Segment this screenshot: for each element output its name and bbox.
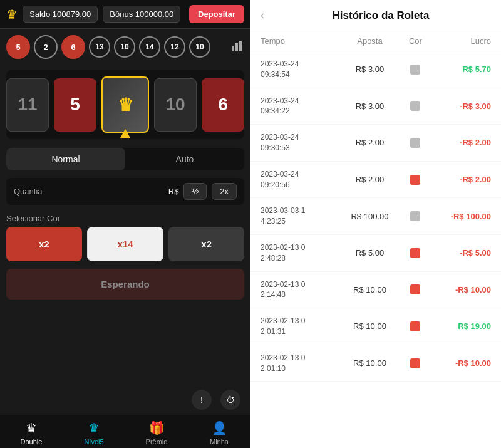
nav-nivel5-label: Nível5 [84, 438, 103, 445]
cell-profit: R$ 19.00 [431, 321, 491, 331]
cell-bet: R$ 10.00 [340, 358, 400, 368]
deposit-button[interactable]: Depositar [189, 5, 244, 23]
table-row: 2023-03-2409:20:56 R$ 2.00 -R$ 2.00 [250, 162, 501, 199]
color-btn-white[interactable]: x14 [87, 227, 164, 261]
chip-14[interactable]: 14 [139, 36, 160, 58]
table-row: 2023-03-2409:34:54 R$ 3.00 R$ 5.70 [250, 51, 501, 88]
info-icon[interactable]: ! [192, 390, 212, 410]
chip-10a[interactable]: 10 [114, 36, 135, 58]
cell-color [400, 138, 431, 148]
cell-color [400, 358, 431, 368]
double-button[interactable]: 2x [212, 183, 237, 200]
nav-item-double[interactable]: ♛ Double [0, 420, 63, 445]
cell-bet: R$ 3.00 [340, 65, 400, 74]
left-panel: ♛ Saldo 100879.00 Bônus 100000.00 Deposi… [0, 0, 250, 448]
cell-profit: -R$ 10.00 [431, 285, 491, 294]
chip-6[interactable]: 6 [61, 35, 85, 59]
chart-icon[interactable] [230, 39, 244, 56]
logo-icon: ♛ [6, 7, 18, 22]
cell-bet: R$ 10.00 [340, 285, 400, 294]
cell-color [400, 65, 431, 75]
tab-auto[interactable]: Auto [125, 148, 244, 170]
col-aposta: Aposta [340, 36, 400, 46]
history-table: Tempo Aposta Cor Lucro 2023-03-2409:34:5… [250, 31, 501, 448]
cell-color [400, 101, 431, 111]
color-square [410, 138, 420, 148]
waiting-button[interactable]: Esperando [6, 269, 244, 300]
nav-premio-label: Prêmio [146, 438, 168, 445]
cell-time: 2023-02-13 02:48:28 [261, 242, 340, 264]
color-square [410, 65, 420, 75]
color-buttons: x2 x14 x2 [6, 227, 244, 261]
table-row: 2023-02-13 02:14:48 R$ 10.00 -R$ 10.00 [250, 272, 501, 309]
reel-card-center: ♛ [101, 76, 149, 133]
table-row: 2023-03-2409:30:53 R$ 2.00 -R$ 2.00 [250, 125, 501, 162]
bonus-box: Bônus 100000.00 [103, 6, 180, 23]
nav-double-icon: ♛ [26, 420, 37, 435]
balance-box: Saldo 100879.00 [23, 6, 98, 23]
chips-row: 5 2 6 13 10 14 12 10 [0, 29, 250, 65]
currency-label: R$ [168, 187, 179, 196]
cell-time: 2023-03-2409:34:22 [261, 96, 340, 117]
cell-time: 2023-03-2409:34:54 [261, 59, 340, 80]
color-square [410, 358, 420, 368]
col-lucro: Lucro [431, 36, 491, 46]
chip-12[interactable]: 12 [164, 36, 185, 58]
cell-bet: R$ 100.00 [340, 212, 400, 221]
svg-rect-2 [239, 41, 242, 51]
nav-double-label: Double [21, 438, 43, 445]
half-button[interactable]: ½ [183, 183, 207, 200]
nav-item-nivel5[interactable]: ♛ Nível5 [63, 420, 125, 445]
color-square [410, 248, 420, 258]
reel-area: 11 5 ♛ 10 6 [6, 70, 244, 139]
reel-card-6: 6 [202, 78, 244, 132]
cell-bet: R$ 3.00 [340, 102, 400, 111]
chip-13[interactable]: 13 [89, 36, 110, 58]
cell-profit: -R$ 3.00 [431, 102, 491, 111]
cell-bet: R$ 2.00 [340, 138, 400, 147]
nav-nivel5-icon: ♛ [88, 420, 100, 435]
reel-pointer [120, 129, 130, 138]
table-row: 2023-02-13 02:48:28 R$ 5.00 -R$ 5.00 [250, 235, 501, 272]
back-button[interactable]: ‹ [261, 9, 264, 22]
cell-time: 2023-03-03 14:23:25 [261, 206, 340, 227]
cell-profit: -R$ 100.00 [431, 212, 491, 221]
chip-2[interactable]: 2 [34, 35, 58, 59]
cell-time: 2023-02-13 02:14:48 [261, 279, 340, 301]
cell-profit: -R$ 2.00 [431, 175, 491, 184]
reel-card-10: 10 [154, 78, 197, 132]
color-square [410, 175, 420, 185]
reel-card-11: 11 [6, 78, 49, 132]
table-row: 2023-03-03 14:23:25 R$ 100.00 -R$ 100.00 [250, 198, 501, 235]
cell-profit: R$ 5.70 [431, 65, 491, 74]
nav-minha-icon: 👤 [212, 420, 227, 435]
color-square [410, 101, 420, 111]
svg-rect-1 [235, 43, 238, 51]
nav-item-premio[interactable]: 🎁 Prêmio [125, 420, 188, 445]
table-row: 2023-02-13 02:01:31 R$ 10.00 R$ 19.00 [250, 308, 501, 345]
nav-item-minha[interactable]: 👤 Minha [188, 420, 250, 445]
chip-5[interactable]: 5 [6, 35, 30, 59]
color-square [410, 321, 420, 331]
cell-bet: R$ 5.00 [340, 248, 400, 258]
nav-premio-icon: 🎁 [149, 420, 165, 435]
cell-bet: R$ 2.00 [340, 175, 400, 184]
color-btn-red[interactable]: x2 [6, 227, 82, 261]
tab-normal[interactable]: Normal [6, 148, 125, 170]
table-row: 2023-02-13 02:01:10 R$ 10.00 -R$ 10.00 [250, 345, 501, 382]
history-icon[interactable]: ⏱ [220, 390, 240, 410]
table-header: Tempo Aposta Cor Lucro [250, 31, 501, 51]
color-square [410, 284, 420, 294]
color-btn-dark[interactable]: x2 [168, 227, 244, 261]
amount-label: Quantia [14, 187, 163, 196]
cell-color [400, 321, 431, 331]
cell-time: 2023-03-2409:30:53 [261, 132, 340, 154]
table-row: 2023-03-2409:34:22 R$ 3.00 -R$ 3.00 [250, 88, 501, 125]
bottom-nav: ♛ Double ♛ Nível5 🎁 Prêmio 👤 Minha [0, 415, 250, 448]
nav-minha-label: Minha [210, 438, 229, 445]
reel-card-5: 5 [54, 78, 96, 132]
cell-bet: R$ 10.00 [340, 321, 400, 331]
cell-profit: -R$ 2.00 [431, 138, 491, 147]
chip-10b[interactable]: 10 [189, 36, 210, 58]
cell-time: 2023-02-13 02:01:31 [261, 316, 340, 337]
